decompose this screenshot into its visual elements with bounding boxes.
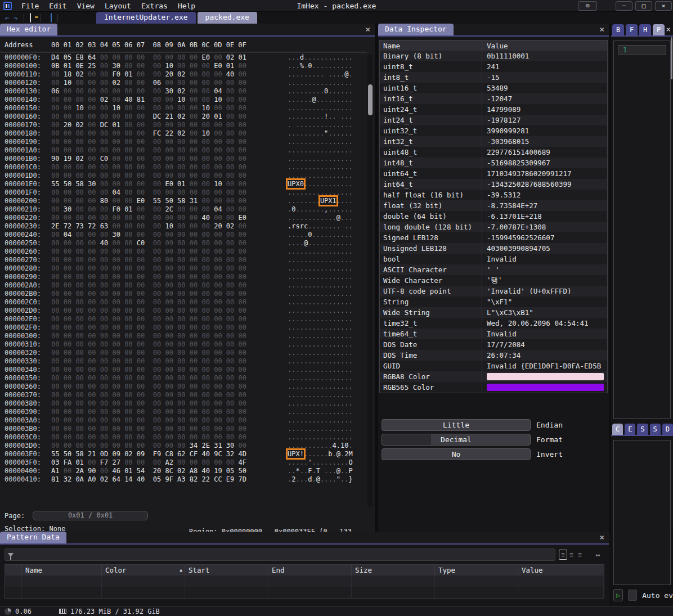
hex-byte[interactable]: 10: [201, 104, 209, 112]
hex-byte[interactable]: 00: [226, 340, 234, 348]
hex-byte[interactable]: 00: [214, 231, 222, 239]
hex-byte[interactable]: 00: [64, 332, 71, 340]
hex-byte[interactable]: 00: [100, 180, 108, 188]
hex-byte[interactable]: 00: [190, 79, 198, 87]
hex-byte[interactable]: 00: [75, 357, 83, 365]
hex-byte[interactable]: 00: [153, 332, 161, 340]
hex-byte[interactable]: 00: [137, 383, 145, 390]
ascii-char[interactable]: .: [316, 315, 320, 323]
hex-byte[interactable]: 00: [153, 357, 161, 365]
hex-byte[interactable]: 50: [64, 180, 71, 188]
ascii-char[interactable]: .: [333, 340, 336, 348]
hex-byte[interactable]: 4F: [239, 458, 246, 466]
hex-byte[interactable]: 00: [75, 433, 83, 441]
hex-row[interactable]: 00000370:00 00 00 00 00 00 00 00 00 00 0…: [0, 391, 375, 399]
hex-byte[interactable]: 00: [239, 383, 246, 390]
hex-byte[interactable]: 02: [226, 222, 234, 230]
hex-row[interactable]: 00000410:81 32 0A A0 02 64 14 40 05 9F A…: [0, 475, 375, 484]
hex-byte[interactable]: 00: [153, 425, 161, 433]
hex-byte[interactable]: 01: [177, 180, 185, 188]
hex-byte[interactable]: 00: [226, 332, 234, 340]
hex-byte[interactable]: 00: [124, 416, 132, 424]
hex-byte[interactable]: 00: [51, 408, 59, 416]
export-arrow-button[interactable]: ↦: [592, 549, 604, 560]
hex-byte[interactable]: 04: [214, 87, 222, 95]
hex-byte[interactable]: 00: [75, 349, 83, 357]
hex-byte[interactable]: 00: [165, 433, 173, 441]
ascii-char[interactable]: .: [349, 104, 353, 112]
ascii-char[interactable]: .: [300, 332, 304, 340]
ascii-char[interactable]: .: [349, 87, 353, 95]
hex-byte[interactable]: 00: [201, 374, 209, 382]
ascii-char[interactable]: .: [295, 79, 299, 87]
hex-byte[interactable]: 00: [124, 87, 132, 95]
hex-byte[interactable]: 02: [75, 155, 83, 163]
ascii-char[interactable]: .: [336, 425, 340, 433]
ascii-char[interactable]: .: [295, 197, 299, 205]
hex-byte[interactable]: 00: [75, 188, 83, 196]
hex-byte[interactable]: 00: [124, 458, 132, 466]
hex-byte[interactable]: 00: [51, 433, 59, 441]
hex-byte[interactable]: 03: [51, 458, 59, 466]
hex-byte[interactable]: 00: [201, 70, 209, 78]
hex-byte[interactable]: 00: [226, 315, 234, 323]
inspector-row[interactable]: int24_t-1978127: [380, 115, 607, 125]
hex-byte[interactable]: 00: [177, 231, 185, 239]
hex-byte[interactable]: 00: [226, 383, 234, 390]
ascii-char[interactable]: .: [336, 138, 340, 146]
hex-byte[interactable]: 00: [64, 138, 71, 146]
hex-byte[interactable]: 40: [226, 70, 234, 78]
hex-byte[interactable]: 00: [201, 256, 209, 264]
hex-byte[interactable]: 21: [88, 450, 96, 458]
ascii-char[interactable]: O: [349, 458, 353, 466]
hex-byte[interactable]: 00: [177, 155, 185, 163]
ascii-char[interactable]: .: [336, 332, 340, 340]
hex-byte[interactable]: 00: [177, 163, 185, 171]
inspector-row[interactable]: int32_t-303968015: [380, 136, 607, 147]
hex-byte[interactable]: 00: [153, 399, 161, 407]
ascii-char[interactable]: .: [349, 231, 353, 239]
hex-byte[interactable]: 00: [64, 442, 71, 449]
ascii-char[interactable]: .: [295, 425, 299, 433]
ascii-char[interactable]: .: [316, 408, 320, 416]
ascii-char[interactable]: .: [300, 467, 304, 475]
hex-byte[interactable]: 00: [64, 307, 71, 314]
hex-byte[interactable]: 00: [190, 146, 198, 154]
hex-byte[interactable]: 00: [100, 113, 108, 120]
hex-byte[interactable]: 00: [153, 458, 161, 466]
hex-byte[interactable]: 00: [201, 408, 209, 416]
hex-byte[interactable]: 00: [177, 121, 185, 129]
ascii-char[interactable]: .: [333, 399, 336, 407]
hex-byte[interactable]: 10: [165, 62, 173, 70]
ascii-char[interactable]: .: [336, 340, 340, 348]
sidebar-top-tab-F-1[interactable]: F: [626, 24, 638, 35]
ascii-char[interactable]: *: [295, 467, 299, 475]
hex-byte[interactable]: 00: [88, 231, 96, 239]
view-mode-flat-button[interactable]: ≡: [576, 550, 584, 560]
ascii-char[interactable]: .: [300, 129, 304, 137]
ascii-char[interactable]: .: [344, 298, 348, 306]
hex-byte[interactable]: 7D: [239, 475, 246, 483]
ascii-char[interactable]: .: [349, 366, 353, 374]
hex-byte[interactable]: 00: [124, 281, 132, 289]
hex-byte[interactable]: 00: [124, 264, 132, 272]
ascii-char[interactable]: .: [328, 214, 332, 222]
ascii-char[interactable]: .: [344, 383, 348, 390]
ascii-char[interactable]: .: [312, 155, 316, 163]
hex-byte[interactable]: 00: [75, 374, 83, 382]
hex-byte[interactable]: 00: [226, 416, 234, 424]
hex-byte[interactable]: 00: [226, 273, 234, 281]
hex-byte[interactable]: 00: [88, 70, 96, 78]
ascii-char[interactable]: .: [295, 340, 299, 348]
hex-byte[interactable]: 0B: [51, 62, 59, 70]
hex-byte[interactable]: 00: [214, 146, 222, 154]
hex-byte[interactable]: 00: [177, 172, 185, 179]
hex-byte[interactable]: 00: [100, 138, 108, 146]
hex-byte[interactable]: 00: [124, 62, 132, 70]
hex-byte[interactable]: 00: [226, 163, 234, 171]
inspector-row[interactable]: uint16_t53489: [380, 83, 607, 93]
hex-byte[interactable]: 30: [88, 180, 96, 188]
ascii-char[interactable]: .: [300, 113, 304, 120]
hex-byte[interactable]: 00: [177, 273, 185, 281]
hex-byte[interactable]: 00: [112, 197, 120, 205]
